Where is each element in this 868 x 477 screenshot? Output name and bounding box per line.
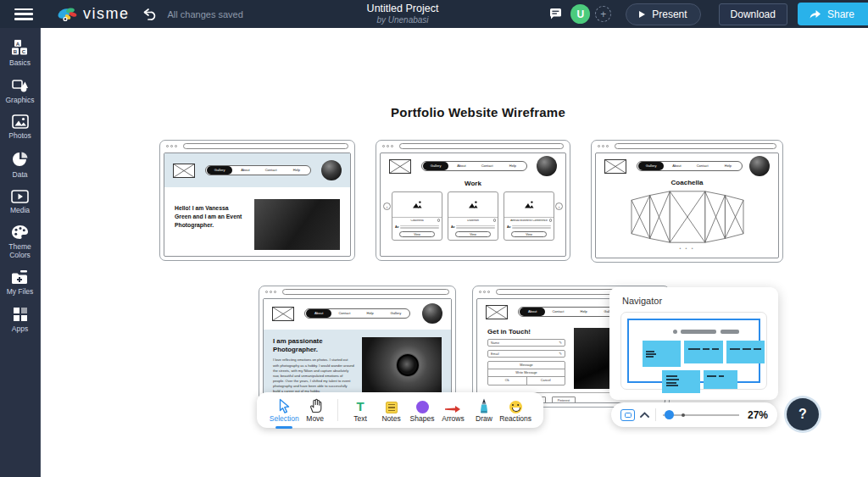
wireframe-about[interactable]: About Contact Help Gallery I am passiona…	[259, 286, 456, 408]
visme-logo[interactable]: visme	[57, 5, 130, 23]
sidebar-item-apps[interactable]: Apps	[0, 307, 41, 333]
work-card: Annual Business Conference Av View	[504, 191, 554, 241]
hamburger-menu-icon[interactable]	[14, 8, 33, 20]
sidebar-item-photos[interactable]: Photos	[0, 114, 41, 140]
wireframe-gallery[interactable]: Gallery About Contact Help Coachella	[591, 140, 783, 263]
wireframe-nav: About Contact Help Gallery	[304, 308, 410, 319]
comment-icon[interactable]	[548, 8, 563, 21]
pencil-icon: ✎	[559, 352, 562, 356]
hero-text: Hello! I am Vanessa Green and I am an Ev…	[175, 199, 246, 250]
sticky-note-icon	[386, 402, 398, 413]
mini-wireframe	[684, 341, 723, 363]
download-button[interactable]: Download	[719, 3, 787, 25]
ok-button: Ok	[488, 377, 527, 385]
zoom-slider-handle[interactable]	[665, 410, 674, 419]
sidebar-item-media[interactable]: Media	[0, 189, 41, 214]
zoom-divider	[655, 408, 656, 421]
zoom-control: 27%	[611, 402, 777, 427]
logo-text: visme	[83, 5, 130, 23]
tool-reactions[interactable]: Reactions	[499, 397, 531, 423]
wireframe-nav: About Contact Help Gallery	[518, 307, 624, 317]
chevron-up-icon[interactable]	[640, 412, 649, 418]
nav-item: About	[448, 162, 474, 170]
left-sidebar: A B C Basics Graphics Photos Data	[0, 28, 41, 477]
navigator-title: Navigator	[609, 287, 778, 306]
nav-item: Contact	[545, 308, 570, 316]
wireframe-nav: Gallery About Contact Help	[205, 165, 311, 175]
document-title[interactable]: Untitled Project	[318, 3, 487, 15]
document-author: by Unenabasi	[318, 15, 487, 25]
cancel-button: Cancel	[527, 377, 565, 385]
view-button: View	[511, 231, 547, 237]
zoom-slider[interactable]	[663, 410, 739, 420]
photo-placeholder	[362, 337, 442, 393]
sidebar-item-theme-colors[interactable]: Theme Colors	[0, 225, 41, 259]
email-field: Email ✎	[487, 350, 565, 358]
share-button[interactable]: Share	[798, 3, 868, 25]
document-title-block: Untitled Project by Unenabasi	[318, 0, 487, 28]
present-button[interactable]: Present	[626, 3, 700, 25]
nav-item: Contact	[259, 166, 284, 175]
logo-placeholder-icon	[486, 305, 508, 319]
minimap-toggle-icon[interactable]	[620, 409, 635, 421]
card-title: Coachella	[395, 219, 439, 224]
nav-item: Gallery	[423, 162, 448, 170]
sidebar-item-my-files[interactable]: My Files	[0, 269, 41, 296]
logo-placeholder-icon	[173, 164, 195, 178]
zoom-slider-marker	[682, 413, 685, 417]
canvas-title[interactable]: Portfolio Website Wireframe	[266, 105, 690, 119]
nav-item: Contact	[475, 162, 500, 170]
browser-chrome	[160, 141, 354, 152]
card-gear-icon	[437, 219, 441, 222]
sidebar-item-basics[interactable]: A B C Basics	[0, 39, 41, 67]
photo-icon	[12, 114, 29, 129]
tool-shapes[interactable]: Shapes	[407, 397, 437, 423]
help-button[interactable]: ?	[787, 398, 819, 430]
nav-item: Contact	[690, 162, 715, 170]
blocks-icon: A B C	[11, 39, 29, 56]
nav-item: Help	[358, 309, 383, 318]
nav-item: Help	[571, 308, 597, 316]
profile-photo	[321, 160, 342, 180]
sidebar-item-graphics[interactable]: Graphics	[0, 77, 41, 104]
card-title: Dullerton	[451, 219, 495, 224]
image-placeholder-icon	[504, 192, 554, 218]
tool-move[interactable]: Move	[299, 397, 330, 423]
nav-item: Contact	[331, 309, 357, 318]
text-icon: T	[356, 399, 364, 413]
tool-selection[interactable]: Selection	[269, 397, 299, 423]
work-card: Dullerton Av View	[448, 191, 498, 241]
view-button: View	[399, 231, 435, 237]
svg-text:A: A	[16, 42, 20, 47]
navigator-panel: Navigator	[609, 287, 778, 400]
cursor-icon	[278, 397, 291, 413]
visme-logo-icon	[57, 6, 79, 23]
add-collaborator-icon[interactable]: +	[595, 6, 611, 22]
tool-arrows[interactable]: Arrows	[437, 397, 468, 423]
camera-lens	[397, 354, 419, 376]
wireframe-work[interactable]: Gallery About Contact Help Work Coachell…	[376, 140, 570, 261]
card-meta: Av	[507, 225, 510, 229]
navigator-viewport[interactable]	[627, 319, 760, 383]
undo-icon[interactable]	[142, 8, 156, 21]
user-avatar[interactable]: U	[570, 4, 590, 24]
wireframe-nav: Gallery About Contact Help	[421, 161, 527, 171]
nav-item: About	[306, 309, 331, 318]
tool-text[interactable]: T Text	[345, 397, 376, 423]
nav-item: About	[232, 166, 258, 175]
tool-draw[interactable]: Draw	[469, 397, 499, 423]
nav-item: Gallery	[638, 162, 664, 170]
sidebar-item-data[interactable]: Data	[0, 151, 41, 179]
about-paragraph: I love reflecting emotions on photos. I …	[273, 358, 354, 394]
coverflow-carousel	[596, 189, 778, 245]
logo-placeholder-icon	[389, 159, 411, 174]
contact-heading: Get in Touch!	[487, 328, 565, 336]
tool-notes[interactable]: Notes	[376, 397, 406, 423]
image-placeholder-icon	[448, 192, 498, 218]
wireframe-home[interactable]: Gallery About Contact Help Hello! I am V…	[159, 140, 355, 261]
carousel-next-icon: ›	[555, 202, 563, 210]
message-box: Message Write Message Ok Cancel	[487, 361, 565, 385]
svg-text:B: B	[14, 49, 18, 54]
page-heading: Coachella	[596, 179, 778, 186]
url-bar	[615, 143, 776, 149]
